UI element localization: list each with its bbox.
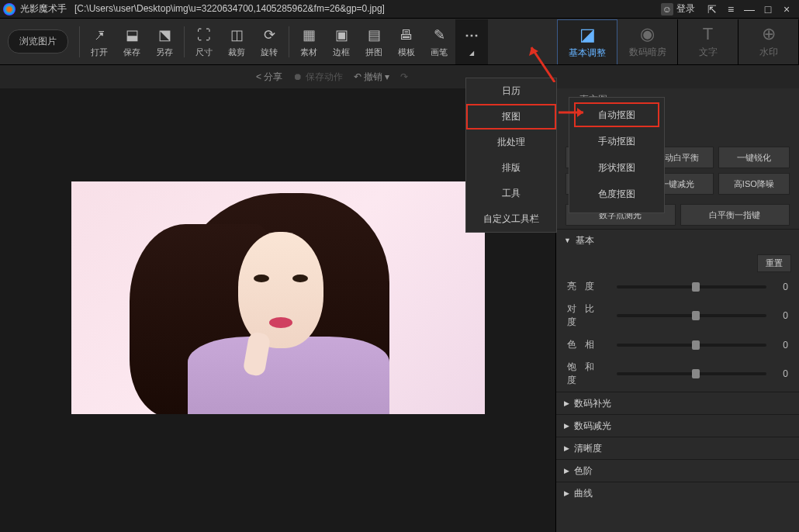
watermark-icon: ⊕	[762, 24, 776, 44]
saturation-track[interactable]	[617, 372, 766, 375]
text-icon: T	[703, 24, 713, 44]
more-tools-dropdown: 日历 抠图 批处理 排版 工具 自定义工具栏	[465, 78, 557, 233]
collage-icon: ▤	[368, 25, 381, 45]
section-fill-light[interactable]: ▶数码补光	[556, 392, 799, 414]
brush-icon: ✎	[434, 25, 445, 45]
undo-icon: ↶	[354, 71, 361, 82]
frame-icon: ▣	[335, 25, 348, 45]
submenu-chroma-cutout[interactable]: 色度抠图	[574, 181, 659, 206]
triangle-right-icon: ▶	[564, 444, 569, 452]
file-path: [C:\Users\user\Desktop\img\u=3220634700,…	[74, 3, 385, 14]
login-label: 登录	[676, 2, 695, 16]
template-button[interactable]: 🖶模板	[390, 19, 423, 64]
app-logo-icon	[3, 3, 16, 16]
slider-thumb[interactable]	[692, 369, 700, 378]
section-levels[interactable]: ▶色阶	[556, 460, 799, 482]
triangle-right-icon: ▶	[564, 467, 569, 475]
material-button[interactable]: ▦素材	[292, 19, 325, 64]
hue-track[interactable]	[617, 344, 766, 347]
resize-icon: ⛶	[197, 25, 211, 45]
pin-button[interactable]: ⇱	[703, 2, 721, 17]
tab-watermark[interactable]: ⊕水印	[738, 19, 799, 64]
open-icon: ⭷	[92, 25, 106, 45]
section-clarity[interactable]: ▶清晰度	[556, 437, 799, 459]
save-action-button[interactable]: ⏺ 保存动作	[293, 71, 342, 84]
save-icon: ⬓	[126, 25, 139, 45]
menu-custom-toolbar[interactable]: 自定义工具栏	[466, 206, 556, 232]
hue-slider: 色 相 0	[556, 333, 799, 356]
share-button[interactable]: < 分享	[256, 71, 282, 84]
collage-button[interactable]: ▤拼图	[358, 19, 390, 64]
app-name: 光影魔术手	[20, 3, 67, 14]
menu-cutout[interactable]: 抠图	[466, 104, 556, 130]
redo-icon: ↷	[400, 71, 408, 82]
browse-images-button[interactable]: 浏览图片	[8, 29, 68, 54]
submenu-manual-cutout[interactable]: 手动抠图	[574, 129, 659, 154]
titlebar: 光影魔术手 [C:\Users\user\Desktop\img\u=32206…	[0, 0, 799, 19]
triangle-right-icon: ▶	[564, 489, 569, 497]
camera-icon: ◉	[640, 24, 655, 44]
separator	[289, 26, 289, 57]
save-as-button[interactable]: ⬔另存	[148, 19, 181, 64]
undo-button[interactable]: ↶ 撤销 ▾	[354, 71, 390, 84]
minimize-button[interactable]: —	[740, 2, 759, 17]
triangle-right-icon: ▶	[564, 399, 569, 407]
tab-darkroom[interactable]: ◉数码暗房	[617, 19, 678, 64]
redo-button[interactable]: ↷	[400, 71, 408, 82]
main-area: 直方图 自动曝光 自动白平衡 一键锐化 严重白平衡 一键减光 高ISO降噪 数字…	[0, 88, 799, 532]
submenu-shape-cutout[interactable]: 形状抠图	[574, 155, 659, 180]
menu-button[interactable]: ≡	[721, 2, 740, 17]
menu-tools[interactable]: 工具	[466, 181, 556, 206]
triangle-right-icon: ▶	[564, 422, 569, 430]
close-button[interactable]: ×	[777, 2, 796, 17]
tab-basic-adjust[interactable]: ◪基本调整	[557, 19, 617, 64]
slider-thumb[interactable]	[692, 340, 700, 350]
slider-thumb[interactable]	[692, 311, 700, 320]
brush-button[interactable]: ✎画笔	[423, 19, 455, 64]
more-tools-button[interactable]: ⋯ ◢	[455, 19, 488, 64]
adjust-icon: ◪	[579, 25, 596, 45]
annotation-arrow-icon	[559, 105, 590, 120]
frame-button[interactable]: ▣边框	[325, 19, 358, 64]
contrast-track[interactable]	[617, 314, 766, 317]
rotate-icon: ⟳	[264, 25, 275, 45]
high-iso-button[interactable]: 高ISO降噪	[718, 173, 790, 195]
dropdown-triangle-icon: ◢	[469, 50, 474, 57]
triangle-down-icon: ▼	[564, 237, 571, 244]
crop-icon: ◫	[230, 25, 244, 45]
more-icon: ⋯	[465, 26, 479, 43]
contrast-slider: 对 比 度 0	[556, 298, 799, 333]
section-basic-header[interactable]: ▼基本	[556, 230, 799, 251]
user-icon: ☺	[661, 3, 673, 16]
tab-text[interactable]: T文字	[678, 19, 738, 64]
save-button[interactable]: ⬓保存	[116, 19, 148, 64]
separator	[79, 26, 80, 57]
window-title: 光影魔术手 [C:\Users\user\Desktop\img\u=32206…	[20, 2, 661, 16]
brightness-track[interactable]	[617, 285, 766, 288]
section-reduce-light[interactable]: ▶数码减光	[556, 415, 799, 437]
section-basic: ▼基本 重置 亮 度 0 对 比 度 0 色 相 0 饱 和 度 0	[556, 229, 799, 392]
save-as-icon: ⬔	[158, 25, 171, 45]
reset-button[interactable]: 重置	[757, 254, 791, 272]
saturation-slider: 饱 和 度 0	[556, 356, 799, 392]
wb-picker-button[interactable]: 白平衡一指键	[680, 204, 790, 226]
rotate-button[interactable]: ⟳旋转	[253, 19, 285, 64]
open-button[interactable]: ⭷打开	[83, 19, 116, 64]
sharpen-button[interactable]: 一键锐化	[718, 147, 790, 168]
maximize-button[interactable]: □	[759, 2, 777, 17]
separator	[184, 26, 185, 57]
image-canvas[interactable]	[71, 181, 485, 414]
login-button[interactable]: ☺ 登录	[661, 2, 695, 16]
menu-batch[interactable]: 批处理	[466, 130, 556, 155]
resize-button[interactable]: ⛶尺寸	[188, 19, 220, 64]
share-icon: <	[256, 71, 261, 82]
material-icon: ▦	[303, 25, 316, 45]
slider-thumb[interactable]	[692, 282, 700, 292]
annotation-arrow-icon	[527, 43, 559, 82]
actions-bar: < 分享 ⏺ 保存动作 ↶ 撤销 ▾ ↷	[0, 65, 799, 88]
menu-layout[interactable]: 排版	[466, 155, 556, 181]
main-toolbar: 浏览图片 ⭷打开 ⬓保存 ⬔另存 ⛶尺寸 ◫裁剪 ⟳旋转 ▦素材 ▣边框 ▤拼图…	[0, 19, 799, 65]
section-curves[interactable]: ▶曲线	[556, 482, 799, 504]
crop-button[interactable]: ◫裁剪	[220, 19, 253, 64]
brightness-slider: 亮 度 0	[556, 275, 799, 298]
